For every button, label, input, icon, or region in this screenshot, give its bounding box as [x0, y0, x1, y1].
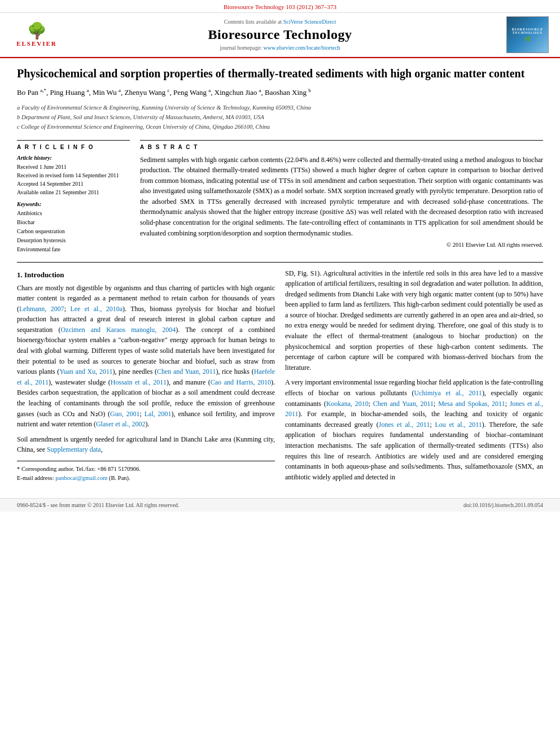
affiliation-a: a Faculty of Environmental Science & Eng…	[17, 103, 543, 113]
ref-mesa[interactable]: Mesa and Spokas, 2011	[438, 400, 505, 408]
sciverse-line: Contents lists available at SciVerse Sci…	[62, 19, 498, 25]
footer-doi: doi:10.1016/j.biortech.2011.09.054	[463, 502, 543, 508]
author-sup-a4: a	[208, 88, 211, 93]
article-info-title: A R T I C L E I N F O	[17, 144, 130, 150]
abstract-title: A B S T R A C T	[140, 144, 543, 150]
bioresource-logo: BIORESOURCETECHNOLOGY 🌿	[506, 16, 549, 53]
body-paragraph-1: Chars are mostly not digestible by organ…	[17, 283, 275, 430]
ref-yuan[interactable]: Yuan and Xu, 2011	[59, 368, 112, 375]
footer-bar: 0960-8524/$ - see front matter © 2011 El…	[0, 498, 560, 512]
ref-cao[interactable]: Cao and Harris, 2010	[211, 378, 271, 386]
copyright-line: © 2011 Elsevier Ltd. All rights reserved…	[140, 242, 543, 248]
author-sup-a3: a	[119, 88, 121, 93]
footnote-section: * Corresponding author. Tel./fax: +86 87…	[17, 461, 275, 483]
author-sup-c: c	[168, 88, 170, 93]
affiliations: a Faculty of Environmental Science & Eng…	[17, 103, 543, 132]
logo-text: BIORESOURCETECHNOLOGY	[512, 28, 543, 34]
abstract-text: Sediment samples with high organic carbo…	[140, 155, 543, 239]
article-title: Physicochemical and sorption properties …	[17, 66, 543, 81]
citation-line: Bioresource Technology 103 (2012) 367–37…	[0, 3, 560, 10]
ref-jones2[interactable]: Jones et al., 2011	[379, 421, 430, 429]
accepted-date: Accepted 14 September 2011	[17, 180, 130, 188]
history-title: Article history:	[17, 155, 130, 161]
homepage-url[interactable]: www.elsevier.com/locate/biortech	[264, 45, 340, 51]
body-paragraph-3: SD, Fig. S1). Agricultural activities in…	[285, 268, 543, 373]
ref-chen-yuan2[interactable]: Chen and Yuan, 2011	[373, 400, 434, 408]
email-name: (B. Pan).	[107, 475, 130, 481]
body-paragraph-4: A very important environmental issue reg…	[285, 377, 543, 482]
body-paragraph-2: Soil amendment is urgently needed for ag…	[17, 434, 275, 455]
ref-lal[interactable]: Lal, 2001	[145, 410, 172, 418]
elsevier-logo: 🌳 ELSEVIER	[11, 23, 62, 47]
ref-lou[interactable]: Lou et al., 2011	[435, 421, 482, 429]
sciverse-text: Contents lists available at	[224, 19, 282, 25]
article-content: Physicochemical and sorption properties …	[0, 60, 560, 492]
homepage-label: journal homepage:	[220, 45, 262, 51]
keyword-1: Antibiotics	[17, 209, 130, 218]
journal-center: Contents lists available at SciVerse Sci…	[62, 19, 498, 51]
author-sup-a2: a	[86, 88, 89, 93]
abstract-section: A B S T R A C T Sediment samples with hi…	[140, 140, 543, 254]
footnote-corresponding: * Corresponding author. Tel./fax: +86 87…	[17, 465, 275, 474]
elsevier-label: ELSEVIER	[16, 40, 57, 47]
elsevier-tree-icon: 🌳	[27, 23, 47, 39]
journal-header: Bioresource Technology 103 (2012) 367–37…	[0, 0, 560, 58]
section1-heading: 1. Introduction	[17, 270, 275, 279]
journal-homepage: journal homepage: www.elsevier.com/locat…	[62, 45, 498, 51]
body-col-right: SD, Fig. S1). Agricultural activities in…	[285, 268, 543, 487]
info-abstract-section: A R T I C L E I N F O Article history: R…	[17, 140, 543, 254]
keywords-section: Keywords: Antibiotics Biochar Carbon seq…	[17, 201, 130, 254]
email-label: E-mail address:	[17, 475, 55, 481]
author-sup-a5: a	[259, 88, 261, 93]
bioresource-logo-box: BIORESOURCETECHNOLOGY 🌿	[498, 16, 549, 53]
section-divider	[17, 262, 543, 263]
body-two-col: 1. Introduction Chars are mostly not dig…	[17, 268, 543, 487]
email-link[interactable]: panbocai@gmail.com	[55, 475, 107, 481]
article-info: A R T I C L E I N F O Article history: R…	[17, 140, 130, 254]
author-sup-b: b	[308, 88, 311, 93]
sciverse-link[interactable]: SciVerse ScienceDirect	[283, 19, 336, 25]
affiliation-c: c College of Environmental Science and E…	[17, 123, 543, 132]
authors-line: Bo Pan a,*, Ping Huang a, Min Wu a, Zhen…	[17, 86, 543, 99]
available-date: Available online 21 September 2011	[17, 188, 130, 196]
ref-guo[interactable]: Guo, 2001	[110, 410, 140, 418]
ref-glaser[interactable]: Glaser et al., 2002	[96, 420, 146, 428]
journal-banner: 🌳 ELSEVIER Contents lists available at S…	[0, 12, 560, 57]
logo-tree-icon: 🌿	[524, 36, 531, 42]
keyword-4: Desorption hysteresis	[17, 236, 130, 245]
ref-uchimiya[interactable]: Uchimiya et al., 2011	[414, 389, 482, 397]
received-date: Received 1 June 2011	[17, 163, 130, 171]
ref-ozcimen[interactable]: Ozcimen and Karaos manoglu, 2004	[60, 326, 176, 334]
affiliation-b: b Department of Plant, Soil and Insect S…	[17, 113, 543, 123]
footer-issn: 0960-8524/$ - see front matter © 2011 El…	[17, 502, 179, 508]
keyword-2: Biochar	[17, 218, 130, 227]
ref-kookana[interactable]: Kookana, 2010	[326, 400, 369, 408]
journal-title: Bioresource Technology	[62, 27, 498, 42]
body-col-left: 1. Introduction Chars are mostly not dig…	[17, 268, 275, 487]
ref-hossain[interactable]: Hossain et al., 2011	[111, 378, 167, 386]
ref-lee[interactable]: Lee et al., 2010a	[70, 305, 123, 313]
keyword-5: Environmental fate	[17, 245, 130, 254]
keyword-3: Carbon sequestration	[17, 227, 130, 236]
author-sup-a: a,*	[40, 88, 46, 93]
keywords-title: Keywords:	[17, 201, 130, 207]
ref-chen-yuan[interactable]: Chen and Yuan, 2011	[157, 368, 216, 375]
ref-supplementary[interactable]: Supplementary data	[47, 445, 101, 453]
received-revised-date: Received in revised form 14 September 20…	[17, 171, 130, 180]
footnote-email: E-mail address: panbocai@gmail.com (B. P…	[17, 474, 275, 483]
ref-lehmann[interactable]: Lehmann, 2007	[19, 305, 64, 313]
